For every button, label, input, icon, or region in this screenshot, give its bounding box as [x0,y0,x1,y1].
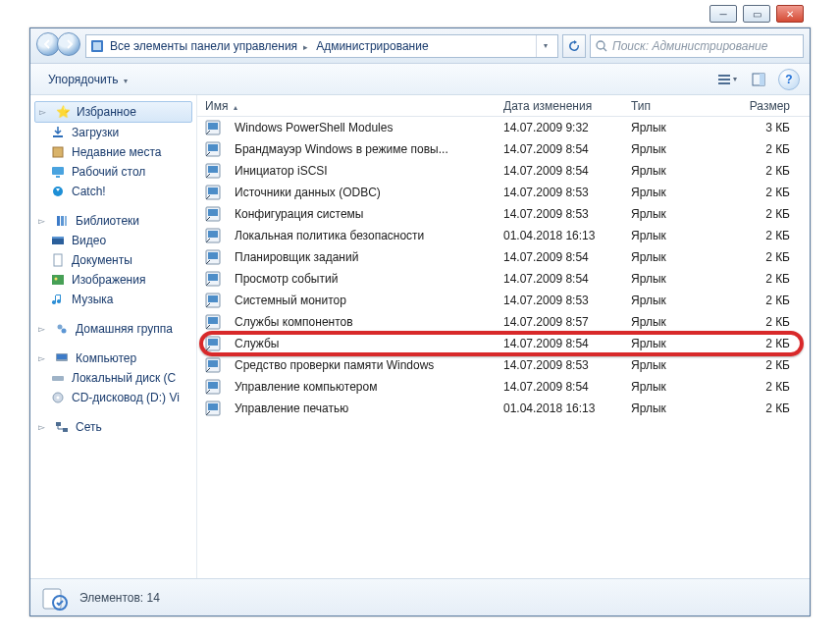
svg-rect-25 [52,376,64,381]
file-date: 14.07.2009 8:54 [496,337,623,350]
svg-rect-47 [208,295,218,302]
svg-point-2 [597,41,604,49]
file-type: Ярлык [623,121,731,134]
sidebar-item-downloads[interactable]: Загрузки [30,123,196,142]
sidebar-item-local-disk[interactable]: Локальный диск (С [30,368,196,388]
sidebar-item-catch[interactable]: Catch! [30,182,196,201]
file-row[interactable]: Конфигурация системы14.07.2009 8:53Ярлык… [197,203,810,225]
sidebar-favorites[interactable]: ▻⭐Избранное [34,101,192,123]
sidebar-item-music[interactable]: Музыка [30,290,196,309]
computer-icon [54,350,70,366]
file-date: 14.07.2009 8:54 [496,272,623,286]
file-size: 2 КБ [731,229,810,242]
sidebar-network[interactable]: ▻Сеть [30,417,196,437]
sidebar-item-recent[interactable]: Недавние места [30,142,196,162]
file-name: Системный монитор [227,294,496,307]
help-button[interactable]: ? [778,69,800,90]
file-row[interactable]: Источники данных (ODBC)14.07.2009 8:53Яр… [197,182,810,203]
item-count-label: Элементов: 14 [79,591,160,605]
download-icon [50,125,66,140]
file-type: Ярлык [623,186,731,199]
sidebar-homegroup[interactable]: ▻Домашняя группа [30,319,196,339]
file-row[interactable]: Средство проверки памяти Windows14.07.20… [197,354,810,376]
file-row[interactable]: Локальная политика безопасности01.04.201… [197,225,810,246]
file-date: 14.07.2009 8:54 [496,164,623,178]
column-name[interactable]: Имя▴ [197,99,496,113]
column-size[interactable]: Размер [731,99,810,113]
address-bar-row: Все элементы панели управления Администр… [30,28,810,64]
close-button[interactable]: ✕ [776,5,804,23]
file-size: 2 КБ [731,380,810,394]
file-row[interactable]: Планировщик заданий14.07.2009 8:54Ярлык2… [197,246,810,268]
file-type: Ярлык [623,358,731,372]
file-date: 14.07.2009 8:53 [496,294,623,307]
svg-rect-14 [61,216,64,226]
svg-rect-17 [52,237,64,239]
file-date: 14.07.2009 8:54 [496,380,623,394]
file-name: Брандмауэр Windows в режиме повы... [227,142,496,156]
file-type: Ярлык [623,142,731,156]
sidebar-item-cd-drive[interactable]: CD-дисковод (D:) Vi [30,388,196,407]
file-size: 2 КБ [731,294,810,307]
svg-rect-53 [208,360,218,367]
view-options-button[interactable]: ▾ [715,69,739,90]
preview-pane-button[interactable] [747,69,770,90]
breadcrumb-item[interactable]: Администрирование [316,39,428,53]
file-date: 14.07.2009 8:53 [496,207,623,221]
svg-rect-9 [53,147,63,157]
navigation-pane: ▻⭐Избранное Загрузки Недавние места Рабо… [30,95,197,580]
svg-rect-51 [208,339,218,346]
breadcrumb-bar[interactable]: Все элементы панели управления Администр… [85,34,558,58]
file-name: Конфигурация системы [227,207,496,221]
file-row[interactable]: Службы14.07.2009 8:54Ярлык2 КБ [197,333,810,354]
svg-point-21 [58,325,63,330]
file-row[interactable]: Управление печатью01.04.2018 16:13Ярлык2… [197,398,810,419]
svg-rect-11 [56,176,60,178]
file-row[interactable]: Инициатор iSCSI14.07.2009 8:54Ярлык2 КБ [197,160,810,182]
breadcrumb-item[interactable]: Все элементы панели управления [110,39,297,53]
file-name: Локальная политика безопасности [227,229,496,242]
nav-buttons [36,32,81,60]
sidebar-item-desktop[interactable]: Рабочий стол [30,162,196,182]
shortcut-icon [205,141,221,157]
search-input[interactable]: Поиск: Администрирование [590,34,804,58]
file-row[interactable]: Системный монитор14.07.2009 8:53Ярлык2 К… [197,290,810,311]
sidebar-item-pictures[interactable]: Изображения [30,270,196,290]
file-row[interactable]: Просмотр событий14.07.2009 8:54Ярлык2 КБ [197,268,810,290]
refresh-button[interactable] [562,34,586,58]
svg-rect-13 [57,216,60,226]
sidebar-item-videos[interactable]: Видео [30,231,196,250]
catch-icon [50,184,66,199]
file-row[interactable]: Windows PowerShell Modules14.07.2009 9:3… [197,117,810,138]
minimize-button[interactable]: ─ [709,5,737,23]
svg-rect-3 [718,75,730,77]
file-name: Планировщик заданий [227,250,496,264]
organize-menu[interactable]: Упорядочить [40,69,135,90]
file-type: Ярлык [623,294,731,307]
file-size: 3 КБ [731,121,810,134]
sidebar-computer[interactable]: ▻Компьютер [30,348,196,368]
svg-rect-41 [208,231,218,238]
file-date: 01.04.2018 16:13 [496,401,623,415]
column-date[interactable]: Дата изменения [496,99,623,113]
file-name: Службы компонентов [227,315,496,329]
search-icon [595,39,608,53]
svg-rect-49 [208,317,218,324]
breadcrumb-dropdown[interactable]: ▾ [536,35,553,57]
file-row[interactable]: Службы компонентов14.07.2009 8:57Ярлык2 … [197,311,810,333]
svg-rect-55 [208,382,218,389]
shortcut-icon [205,314,221,330]
maximize-button[interactable]: ▭ [743,5,770,23]
forward-button[interactable] [57,32,80,56]
sidebar-item-documents[interactable]: Документы [30,250,196,270]
shortcut-icon [205,163,221,179]
sidebar-libraries[interactable]: ▻Библиотеки [30,211,196,231]
column-type[interactable]: Тип [623,99,731,113]
shortcut-icon [205,293,221,308]
file-name: Инициатор iSCSI [227,164,496,178]
star-icon: ⭐ [55,104,71,120]
file-row[interactable]: Управление компьютером14.07.2009 8:54Ярл… [197,376,810,398]
file-name: Управление компьютером [227,380,496,394]
file-row[interactable]: Брандмауэр Windows в режиме повы...14.07… [197,138,810,160]
svg-rect-57 [208,403,218,410]
